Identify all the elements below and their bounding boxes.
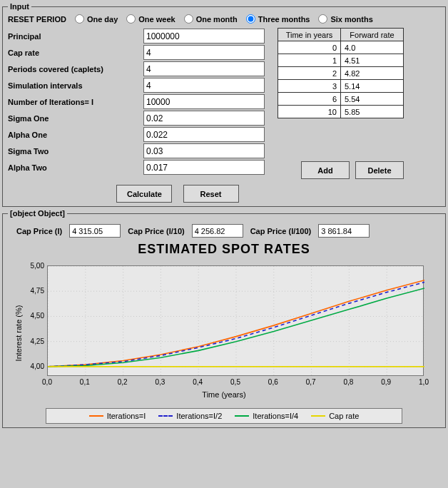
reset-option-one-month[interactable]: One month [181, 14, 238, 24]
forward-panel: Time in years Forward rate 04.014.5124.8… [278, 28, 404, 179]
sigma-one-input[interactable] [143, 111, 265, 126]
chart-plot-area [47, 265, 424, 376]
cap-price-I-label: Cap Price (I) [16, 227, 62, 235]
reset-period-label: RESET PERIOD [8, 15, 66, 24]
fwd-time-cell: 2 [278, 67, 341, 80]
forward-header-rate: Forward rate [341, 29, 404, 41]
fwd-time-cell: 0 [278, 41, 341, 54]
forward-table[interactable]: Time in years Forward rate 04.014.5124.8… [278, 28, 404, 118]
input-legend: Input [8, 2, 31, 11]
legend-iterations-I4: Iterations=I/4 [235, 412, 298, 420]
periods-input[interactable] [143, 61, 265, 76]
input-body: Principal Cap rate Periods covered (capl… [8, 28, 440, 179]
cap-rate-input[interactable] [143, 45, 265, 60]
fwd-rate-cell: 5.54 [341, 93, 404, 106]
legend-iterations-I2: Iterations=I/2 [158, 412, 222, 420]
table-row[interactable]: 14.51 [278, 54, 404, 67]
table-row[interactable]: 105.85 [278, 106, 404, 118]
legend-iterations-I: Iterations=I [89, 412, 146, 420]
chart-xtick: 0,5 [225, 378, 246, 386]
chart-legend: Iterations=I Iterations=I/2 Iterations=I… [46, 408, 402, 424]
cap-price-I100-value [318, 224, 370, 238]
forward-buttons: Add Delete [278, 161, 404, 179]
principal-input[interactable] [143, 29, 265, 44]
swatch-icon [89, 415, 103, 417]
chart-ytick: 4,25 [11, 337, 44, 345]
cap-price-I10-value [192, 224, 243, 238]
chart-title: ESTIMATED SPOT RATES [8, 242, 440, 257]
reset-option-six-months[interactable]: Six months [315, 14, 372, 24]
chart-xtick: 0,9 [375, 378, 397, 386]
sigma-one-label: Sigma One [8, 110, 143, 126]
cap-rate-label: Cap rate [8, 44, 143, 61]
chart-xtick: 0,8 [337, 378, 359, 386]
reset-radio-one-month[interactable] [184, 14, 193, 24]
chart-xtick: 1,0 [413, 378, 434, 386]
chart-xtick: 0,0 [36, 378, 58, 386]
alpha-one-input[interactable] [143, 127, 265, 142]
table-row[interactable]: 65.54 [278, 93, 404, 106]
cap-price-I-value [69, 224, 121, 238]
sim-intervals-label: Simulation intervals [8, 77, 143, 93]
reset-radio-one-day[interactable] [75, 14, 84, 24]
reset-option-one-day[interactable]: One day [72, 14, 118, 24]
sigma-two-input[interactable] [143, 143, 265, 158]
reset-radio-six-months[interactable] [318, 14, 327, 24]
calc-row: Calculate Reset [0, 185, 440, 203]
fwd-time-cell: 6 [278, 93, 341, 106]
fwd-rate-cell: 4.51 [341, 54, 404, 67]
reset-radio-one-week[interactable] [126, 14, 136, 24]
table-row[interactable]: 24.82 [278, 67, 404, 80]
calculate-button[interactable]: Calculate [116, 185, 172, 203]
alpha-two-label: Alpha Two [8, 159, 143, 176]
fwd-time-cell: 10 [278, 106, 341, 118]
legend-cap-rate: Cap rate [311, 412, 359, 420]
reset-option-three-months[interactable]: Three months [243, 14, 310, 24]
sim-intervals-input[interactable] [143, 78, 265, 93]
table-row[interactable]: 35.14 [278, 80, 404, 93]
add-button[interactable]: Add [301, 161, 350, 179]
fwd-time-cell: 3 [278, 80, 341, 93]
iterations-label: Number of Iterations= I [8, 93, 143, 110]
iterations-input[interactable] [143, 94, 265, 109]
cap-price-I100-label: Cap Price (I/100) [250, 227, 312, 235]
chart-xtick: 0,2 [112, 378, 133, 386]
cap-price-I10-label: Cap Price (I/10) [128, 227, 184, 235]
chart-ytick: 4,50 [11, 312, 44, 320]
price-row: Cap Price (I) Cap Price (I/10) Cap Price… [16, 224, 440, 238]
periods-label: Periods covered (caplets) [8, 61, 143, 77]
spot-rate-chart: Interest rate (%) Time (years) 4,004,254… [11, 258, 437, 408]
delete-button[interactable]: Delete [355, 161, 404, 179]
fwd-rate-cell: 5.14 [341, 80, 404, 93]
output-legend: [object Object] [8, 209, 67, 218]
chart-xtick: 0,3 [149, 378, 170, 386]
sigma-two-label: Sigma Two [8, 143, 143, 159]
swatch-icon [311, 415, 325, 417]
input-panel: Input RESET PERIOD One day One week One … [2, 2, 446, 207]
table-row[interactable]: 04.0 [278, 41, 404, 54]
param-table: Principal Cap rate Periods covered (capl… [8, 28, 268, 176]
fwd-rate-cell: 4.82 [341, 67, 404, 80]
alpha-two-input[interactable] [143, 160, 265, 175]
fwd-time-cell: 1 [278, 54, 341, 67]
reset-radio-three-months[interactable] [246, 14, 255, 24]
chart-ytick: 5,00 [11, 262, 44, 270]
param-panel: Principal Cap rate Periods covered (capl… [8, 28, 268, 176]
reset-button[interactable]: Reset [183, 185, 239, 203]
fwd-rate-cell: 4.0 [341, 41, 404, 54]
chart-ytick: 4,75 [11, 287, 44, 295]
chart-xtick: 0,1 [74, 378, 96, 386]
chart-xlabel: Time (years) [202, 390, 245, 399]
output-panel: [object Object] Cap Price (I) Cap Price … [2, 209, 446, 428]
swatch-icon [158, 415, 173, 417]
chart-ytick: 4,00 [11, 362, 44, 370]
chart-xtick: 0,7 [300, 378, 322, 386]
chart-xtick: 0,4 [187, 378, 208, 386]
reset-option-one-week[interactable]: One week [123, 14, 175, 24]
forward-header-time: Time in years [278, 29, 341, 41]
fwd-rate-cell: 5.85 [341, 106, 404, 118]
reset-period-row: RESET PERIOD One day One week One month … [8, 14, 440, 24]
principal-label: Principal [8, 28, 143, 44]
alpha-one-label: Alpha One [8, 126, 143, 143]
chart-xtick: 0,6 [263, 378, 284, 386]
